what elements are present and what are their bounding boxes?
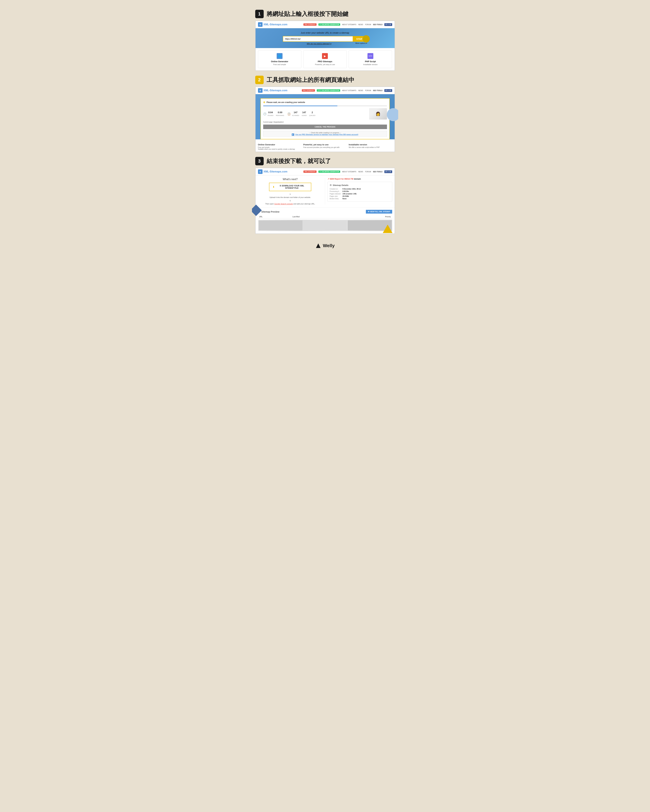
nav-seo-1[interactable]: SEO TOOLS <box>373 24 382 26</box>
step1-header: 1 將網址貼上輸入框後按下開始鍵 <box>255 10 395 18</box>
download-arrow-icon: ⬇ <box>272 186 275 188</box>
sitemap-preview: ☰ Sitemap Preview 👁 VIEW FULL XML SITEMA… <box>255 207 395 234</box>
website-preview-strip <box>258 220 392 231</box>
feature-desc-generator: Free and simple <box>261 64 299 66</box>
crawl-preview-image: 👩 <box>369 108 387 119</box>
added-stat: 147 ADDED <box>301 111 307 117</box>
site-header-2: ⊕ XML-Sitemaps.com PRO SITEMAPS <><> UNL… <box>255 87 395 94</box>
step1-number: 1 <box>255 10 264 18</box>
scanned-stat: 147 SCANNED <box>292 111 299 117</box>
hero-section-1: Just enter your website URL to create a … <box>255 28 395 48</box>
site-logo-2: ⊕ XML-Sitemaps.com <box>258 88 288 93</box>
nav-unlimited-3[interactable]: <> UNLIMITED GENERATOR <box>318 171 340 173</box>
nav-fb-2[interactable]: 讚 2.4 萬 <box>384 89 392 92</box>
pages-icon: 📋 <box>288 112 291 116</box>
footer-col-2: Powerful, yet easy to use Free account p… <box>303 143 347 150</box>
nav-fb-1[interactable]: 讚 2.4 萬 <box>384 23 392 26</box>
step3-left: What's next? ⬇ ⬇ DOWNLOAD YOUR XML SITEM… <box>258 178 325 205</box>
nav-forum-1[interactable]: FORUM <box>365 24 371 26</box>
logo-text-3: XML-Sitemaps.com <box>263 170 288 173</box>
nav-seo-2[interactable]: SEO TOOLS <box>373 90 382 92</box>
sitemap-details-header: ⚙ Sitemap Details <box>330 184 390 186</box>
nav-pro-3[interactable]: PRO SITEMAPS <box>303 171 317 173</box>
feature-desc-pro: Powerful, yet easy to use <box>306 64 344 66</box>
url-input[interactable] <box>283 36 353 42</box>
nav-news-3[interactable]: NEWS <box>358 171 363 172</box>
view-full-button[interactable]: 👁 VIEW FULL XML SITEMAP <box>366 210 392 214</box>
more-options[interactable]: More options ▾ <box>355 42 367 44</box>
size-value: 20.01Mb <box>343 195 390 197</box>
time-numbers: 0:04 PASSED 0:00 REMAINING <box>268 111 284 117</box>
footer-col-2-desc: Free account provides you everything you… <box>303 147 347 148</box>
page-stats: 📋 147 SCANNED 147 ADDED 2 <box>288 108 315 119</box>
stats-row: 🕐 0:04 PASSED 0:00 REMAINING <box>263 108 387 119</box>
feature-title-pro: PRO Sitemaps <box>306 60 344 63</box>
pages-value: 149 (crawled: 149) <box>343 193 390 195</box>
current-page: Current page: blog/adoption/ <box>263 121 387 123</box>
nav-about-3[interactable]: ABOUT SITEMAPS <box>342 171 356 172</box>
site-header-3: ⊕ XML-Sitemaps.com PRO SITEMAPS <> UNLIM… <box>255 168 395 176</box>
step2-number: 2 <box>255 76 264 84</box>
step3-main: What's next? ⬇ ⬇ DOWNLOAD YOUR XML SITEM… <box>255 176 395 207</box>
start-button[interactable]: START <box>353 36 367 42</box>
processing-value: 0:00:56s <box>343 191 390 192</box>
step2-footer: Online Generator Free and simple Suitabl… <box>255 142 395 152</box>
time-stats: 🕐 0:04 PASSED 0:00 REMAINING <box>263 108 284 119</box>
url-input-row: START <box>283 36 367 42</box>
step2-header: 2 工具抓取網站上的所有網頁連結中 <box>255 76 395 84</box>
crawl-overlay: ⚙ Please wait, we are crawling your webs… <box>260 98 390 139</box>
nav-forum-2[interactable]: FORUM <box>365 90 371 92</box>
pages-label: Pages indexed: <box>330 193 341 195</box>
nav-1: PRO SITEMAPS <> UNLIMITED GENERATOR ABOU… <box>303 23 392 26</box>
gear-icon: ⚙ <box>330 184 332 186</box>
footer-col-1-desc: Free and simple <box>258 147 301 148</box>
nav-pro-2[interactable]: PRO SITEMAPS <box>302 89 315 92</box>
nav-forum-3[interactable]: FORUM <box>365 171 371 172</box>
sem-report-title: ↗ SEM Report for 85010.TW domain <box>327 178 392 180</box>
chevron-down-icon-2: ∨ <box>258 199 323 202</box>
passed-stat: 0:04 PASSED <box>268 111 274 117</box>
details-grid: Created on: 9 December 2021, 08:12 Proce… <box>330 188 390 200</box>
step3-header: 3 結束後按下載，就可以了 <box>255 157 395 165</box>
footer-col-1-title: Online Generator <box>258 143 301 146</box>
nav-news-2[interactable]: NEWS <box>358 90 363 92</box>
whats-next-text: What's next? <box>258 178 323 181</box>
nav-seo-3[interactable]: SEO TOOLS <box>373 171 382 172</box>
created-value: 9 December 2021, 08:12 <box>343 188 390 190</box>
nav-about-2[interactable]: ABOUT SITEMAPS <box>342 90 356 92</box>
logo-icon-1: ⊕ <box>258 22 263 27</box>
cancel-button[interactable]: CANCEL THE PROCESS <box>263 125 387 129</box>
clock-icon: 🕐 <box>263 112 266 116</box>
footer-col-1-sub: Suitable when you need to quickly create… <box>258 148 301 150</box>
feature-desc-php: Installable version <box>351 64 389 66</box>
feature-title-php: PHP Script <box>351 60 389 63</box>
footer-col-1: Online Generator Free and simple Suitabl… <box>258 143 301 150</box>
nav-pro-1[interactable]: PRO SITEMAPS <box>303 23 317 26</box>
step3-number: 3 <box>255 157 264 165</box>
why-link[interactable]: Why do you need a sitemap? ▾ <box>307 43 332 45</box>
console-link[interactable]: Google Search console <box>274 203 293 205</box>
size-label: Pages size: <box>330 195 341 197</box>
pro-banner: — Check this while crawling is in progre… <box>263 131 387 137</box>
welly-footer: Welly <box>255 239 395 250</box>
footer-col-3: Installable version We offer a server-si… <box>349 143 392 150</box>
nav-news-1[interactable]: NEWS <box>358 24 363 26</box>
nav-unlimited-1[interactable]: <> UNLIMITED GENERATOR <box>318 23 340 26</box>
page-numbers: 147 SCANNED 147 ADDED 2 QUEUED <box>292 111 315 117</box>
step3-screenshot: ⊕ XML-Sitemaps.com PRO SITEMAPS <> UNLIM… <box>255 168 395 234</box>
step3-right: ↗ SEM Report for 85010.TW domain ⚙ Sitem… <box>325 178 392 205</box>
table-header-url: URL <box>258 215 291 218</box>
pro-link[interactable]: Use our PRO Sitemaps service to maintain… <box>295 134 358 136</box>
nav-2: PRO SITEMAPS <><> UNLIMITED GENERATOR AB… <box>302 89 392 92</box>
upload-text: Upload it into the domain root folder of… <box>258 196 323 198</box>
feature-icon-pro: ▶ <box>322 53 328 59</box>
nav-unlimited-2[interactable]: <><> UNLIMITED GENERATOR <box>317 89 340 92</box>
download-button[interactable]: ⬇ ⬇ DOWNLOAD YOUR XML SITEMAP FILE <box>269 183 311 191</box>
nav-about-1[interactable]: ABOUT SITEMAPS <box>342 24 356 26</box>
feature-cards-1: 🌐 Online Generator Free and simple ▶ PRO… <box>255 48 395 70</box>
site-logo-1: ⊕ XML-Sitemaps.com <box>258 22 288 27</box>
created-label: Created on: <box>330 188 341 190</box>
nav-fb-3[interactable]: 讚 2.4 萬 <box>384 170 392 173</box>
step2-screenshot: ⊕ XML-Sitemaps.com PRO SITEMAPS <><> UNL… <box>255 87 395 152</box>
nav-3: PRO SITEMAPS <> UNLIMITED GENERATOR ABOU… <box>303 170 392 173</box>
